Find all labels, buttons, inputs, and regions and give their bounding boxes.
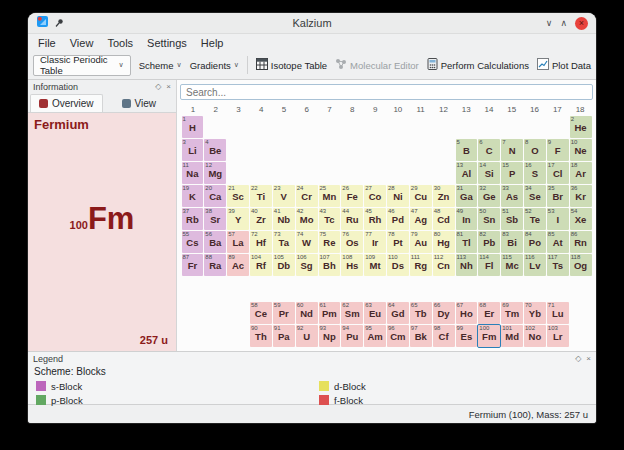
element-C[interactable]: 6C [478,139,500,161]
element-Bi[interactable]: 83Bi [501,231,523,253]
close-button[interactable]: × [575,17,588,30]
scheme-button[interactable]: Scheme ∨ [139,60,182,71]
element-Cr[interactable]: 24Cr [296,185,318,207]
element-Cd[interactable]: 48Cd [433,208,455,230]
element-Re[interactable]: 75Re [319,231,341,253]
element-Xe[interactable]: 54Xe [570,208,592,230]
element-Y[interactable]: 39Y [227,208,249,230]
element-Db[interactable]: 105Db [273,254,295,276]
menu-tools[interactable]: Tools [101,36,139,50]
plot-data-button[interactable]: Plot Data [537,58,591,72]
element-Hs[interactable]: 108Hs [341,254,363,276]
element-Nh[interactable]: 113Nh [456,254,478,276]
element-Ag[interactable]: 47Ag [410,208,432,230]
element-Eu[interactable]: 63Eu [364,302,386,324]
element-Lv[interactable]: 116Lv [524,254,546,276]
element-Ts[interactable]: 117Ts [547,254,569,276]
element-Ca[interactable]: 20Ca [204,185,226,207]
menu-settings[interactable]: Settings [141,36,193,50]
element-Lr[interactable]: 103Lr [547,325,569,347]
element-Fm[interactable]: 100Fm [478,325,500,347]
element-Ru[interactable]: 44Ru [341,208,363,230]
element-Li[interactable]: 3Li [182,139,204,161]
element-Ar[interactable]: 18Ar [570,162,592,184]
element-Sc[interactable]: 21Sc [227,185,249,207]
element-Sm[interactable]: 62Sm [341,302,363,324]
pin-icon[interactable] [54,14,64,32]
element-B[interactable]: 5B [456,139,478,161]
element-Pa[interactable]: 91Pa [273,325,295,347]
element-Rf[interactable]: 104Rf [250,254,272,276]
element-Sg[interactable]: 106Sg [296,254,318,276]
element-Nb[interactable]: 41Nb [273,208,295,230]
element-Rb[interactable]: 37Rb [182,208,204,230]
element-Er[interactable]: 68Er [478,302,500,324]
element-Ra[interactable]: 88Ra [204,254,226,276]
element-Zr[interactable]: 40Zr [250,208,272,230]
element-Tm[interactable]: 69Tm [501,302,523,324]
element-V[interactable]: 23V [273,185,295,207]
element-Al[interactable]: 13Al [456,162,478,184]
element-Sb[interactable]: 51Sb [501,208,523,230]
element-Dy[interactable]: 66Dy [433,302,455,324]
element-P[interactable]: 15P [501,162,523,184]
gradients-button[interactable]: Gradients ∨ [190,60,239,71]
element-Ti[interactable]: 22Ti [250,185,272,207]
element-Ac[interactable]: 89Ac [227,254,249,276]
element-Pu[interactable]: 94Pu [341,325,363,347]
element-As[interactable]: 33As [501,185,523,207]
element-Rn[interactable]: 86Rn [570,231,592,253]
element-F[interactable]: 9F [547,139,569,161]
menu-help[interactable]: Help [195,36,230,50]
menu-file[interactable]: File [32,36,62,50]
close-dock-icon[interactable]: × [166,83,171,91]
element-Pm[interactable]: 61Pm [319,302,341,324]
element-Mt[interactable]: 109Mt [364,254,386,276]
element-Ds[interactable]: 110Ds [387,254,409,276]
element-Si[interactable]: 14Si [478,162,500,184]
tab-overview[interactable]: Overview [30,94,103,112]
table-type-combobox[interactable]: Classic Periodic Table ∨ [33,55,131,76]
element-Lu[interactable]: 71Lu [547,302,569,324]
element-Fr[interactable]: 87Fr [182,254,204,276]
element-Es[interactable]: 99Es [456,325,478,347]
float-legend-icon[interactable]: ◇ [575,355,581,363]
element-Ba[interactable]: 56Ba [204,231,226,253]
search-input[interactable] [180,84,593,100]
element-Os[interactable]: 76Os [341,231,363,253]
element-Sn[interactable]: 50Sn [478,208,500,230]
element-Ho[interactable]: 67Ho [456,302,478,324]
element-He[interactable]: 2He [570,116,592,138]
element-Be[interactable]: 4Be [204,139,226,161]
element-Cs[interactable]: 55Cs [182,231,204,253]
element-Ni[interactable]: 28Ni [387,185,409,207]
element-Np[interactable]: 93Np [319,325,341,347]
element-Cn[interactable]: 112Cn [433,254,455,276]
element-I[interactable]: 53I [547,208,569,230]
element-Kr[interactable]: 36Kr [570,185,592,207]
element-Pr[interactable]: 59Pr [273,302,295,324]
element-Cm[interactable]: 96Cm [387,325,409,347]
tab-view[interactable]: View [104,95,175,112]
element-Tc[interactable]: 43Tc [319,208,341,230]
element-Am[interactable]: 95Am [364,325,386,347]
element-Pb[interactable]: 82Pb [478,231,500,253]
element-Mn[interactable]: 25Mn [319,185,341,207]
element-S[interactable]: 16S [524,162,546,184]
element-H[interactable]: 1H [182,116,204,138]
element-Cf[interactable]: 98Cf [433,325,455,347]
element-No[interactable]: 102No [524,325,546,347]
isotope-table-button[interactable]: Isotope Table [256,58,327,72]
element-Th[interactable]: 90Th [250,325,272,347]
element-Sr[interactable]: 38Sr [204,208,226,230]
titlebar[interactable]: Kalzium ∨ ∧ × [28,13,596,34]
element-Na[interactable]: 11Na [182,162,204,184]
element-Og[interactable]: 118Og [570,254,592,276]
element-Pd[interactable]: 46Pd [387,208,409,230]
element-Pt[interactable]: 78Pt [387,231,409,253]
element-Mc[interactable]: 115Mc [501,254,523,276]
element-Tb[interactable]: 65Tb [410,302,432,324]
element-Fe[interactable]: 26Fe [341,185,363,207]
minimize-button[interactable]: ∨ [546,19,553,28]
close-legend-icon[interactable]: × [586,355,591,363]
